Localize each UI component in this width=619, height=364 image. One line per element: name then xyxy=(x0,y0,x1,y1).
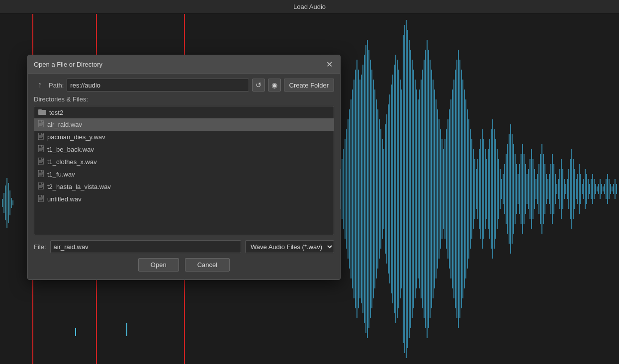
path-input[interactable] xyxy=(67,79,249,91)
action-row: Open Cancel xyxy=(34,258,334,274)
show-hidden-button[interactable]: ◉ xyxy=(268,79,281,91)
folder-icon xyxy=(38,108,46,116)
modal-overlay: Open a File or Directory ✕ ↑ Path: ↺ ◉ C… xyxy=(0,0,619,364)
svg-rect-211 xyxy=(38,133,43,140)
item-name: t2_hasta_la_vista.wav xyxy=(47,183,111,190)
item-name: untitled.wav xyxy=(47,195,82,203)
directories-label: Directories & Files: xyxy=(34,95,334,103)
file-dialog: Open a File or Directory ✕ ↑ Path: ↺ ◉ C… xyxy=(27,55,341,280)
list-item[interactable]: untitled.wav xyxy=(34,193,334,205)
list-item[interactable]: pacman_dies_y.wav xyxy=(34,131,334,143)
svg-rect-215 xyxy=(38,145,43,152)
file-name-input[interactable] xyxy=(50,240,241,253)
cancel-button[interactable]: Cancel xyxy=(185,258,230,272)
file-icon xyxy=(38,195,44,203)
file-list[interactable]: test2 air_raid.wav pacman_dies_y.wav t1_… xyxy=(34,106,334,235)
up-directory-button[interactable]: ↑ xyxy=(34,79,46,91)
dialog-content: ↑ Path: ↺ ◉ Create Folder Directories & … xyxy=(28,74,340,279)
item-name: test2 xyxy=(49,109,63,116)
svg-rect-219 xyxy=(38,158,43,165)
file-icon xyxy=(38,170,44,179)
path-row: ↑ Path: ↺ ◉ Create Folder xyxy=(34,79,334,91)
file-icon xyxy=(38,120,44,129)
dialog-title: Open a File or Directory xyxy=(34,61,102,68)
file-icon xyxy=(38,182,44,191)
svg-rect-227 xyxy=(38,182,43,189)
file-icon xyxy=(38,158,44,166)
svg-rect-223 xyxy=(38,170,43,177)
close-button[interactable]: ✕ xyxy=(324,59,334,69)
item-name: air_raid.wav xyxy=(47,121,82,128)
create-folder-button[interactable]: Create Folder xyxy=(284,79,334,91)
file-label: File: xyxy=(34,243,46,251)
list-item[interactable]: t2_hasta_la_vista.wav xyxy=(34,181,334,193)
file-icon xyxy=(38,133,44,141)
list-item[interactable]: test2 xyxy=(34,106,334,118)
item-name: t1_clothes_x.wav xyxy=(47,158,97,166)
file-row: File: Wave Audio Files (*.wav)All Files … xyxy=(34,240,334,253)
item-name: t1_fu.wav xyxy=(47,171,75,178)
svg-rect-231 xyxy=(38,195,43,202)
open-button[interactable]: Open xyxy=(138,258,179,272)
item-name: pacman_dies_y.wav xyxy=(47,133,105,141)
list-item[interactable]: air_raid.wav xyxy=(34,118,334,131)
list-item[interactable]: t1_be_back.wav xyxy=(34,143,334,156)
svg-rect-206 xyxy=(38,109,42,111)
file-type-select[interactable]: Wave Audio Files (*.wav)All Files (*.*) xyxy=(245,240,334,253)
list-item[interactable]: t1_fu.wav xyxy=(34,168,334,181)
file-icon xyxy=(38,145,44,154)
item-name: t1_be_back.wav xyxy=(47,146,94,153)
path-label: Path: xyxy=(49,82,64,89)
list-item[interactable]: t1_clothes_x.wav xyxy=(34,156,334,168)
dialog-titlebar: Open a File or Directory ✕ xyxy=(28,55,340,74)
svg-rect-207 xyxy=(38,120,43,127)
refresh-button[interactable]: ↺ xyxy=(252,79,265,91)
